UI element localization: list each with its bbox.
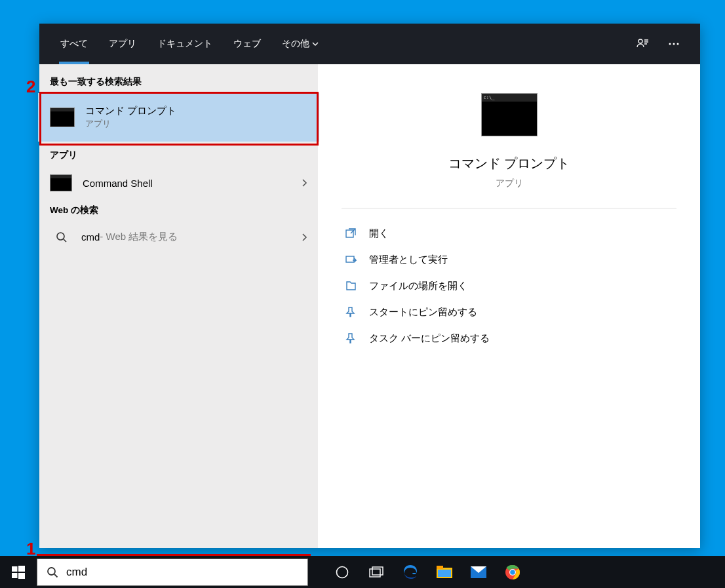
web-hint: - Web 結果を見る <box>100 231 178 243</box>
edge-icon[interactable] <box>393 556 427 588</box>
svg-line-5 <box>64 239 66 242</box>
taskbar-search-box[interactable]: cmd <box>37 559 308 586</box>
results-list: 最も一致する検索結果 コマンド プロンプト アプリ アプリ Command Sh… <box>39 64 318 548</box>
action-pin-taskbar[interactable]: タスク バーにピン留めする <box>342 325 676 351</box>
cmd-large-icon <box>481 93 538 136</box>
action-open-location[interactable]: ファイルの場所を開く <box>342 273 676 299</box>
section-web: Web の検索 <box>39 198 318 223</box>
svg-rect-16 <box>372 567 383 575</box>
tab-all[interactable]: すべて <box>50 24 98 64</box>
svg-rect-15 <box>370 569 380 577</box>
mail-icon[interactable] <box>461 556 496 588</box>
svg-point-1 <box>669 43 671 45</box>
folder-icon <box>344 279 357 292</box>
divider <box>342 208 676 208</box>
tab-more[interactable]: その他 <box>271 24 329 64</box>
annotation-label-2: 2 <box>26 77 35 97</box>
feedback-icon[interactable] <box>627 28 658 60</box>
filter-tab-bar: すべて アプリ ドキュメント ウェブ その他 <box>39 24 700 64</box>
taskbar: cmd <box>0 556 725 588</box>
section-best-match: 最も一致する検索結果 <box>39 72 318 94</box>
app-result[interactable]: Command Shell <box>39 168 318 198</box>
svg-rect-6 <box>346 230 353 237</box>
best-match-result[interactable]: コマンド プロンプト アプリ <box>39 94 318 140</box>
result-title: コマンド プロンプト <box>85 105 307 117</box>
svg-rect-9 <box>18 566 25 572</box>
admin-icon <box>344 253 357 266</box>
svg-point-4 <box>57 233 64 240</box>
pin-icon <box>344 305 357 319</box>
svg-rect-19 <box>438 570 451 577</box>
result-subtitle: アプリ <box>85 119 307 130</box>
section-apps: アプリ <box>39 140 318 168</box>
content-area: 最も一致する検索結果 コマンド プロンプト アプリ アプリ Command Sh… <box>39 64 700 548</box>
search-results-panel: すべて アプリ ドキュメント ウェブ その他 最も一致する検索結果 コマンド プ… <box>39 24 700 548</box>
chevron-down-icon <box>312 41 319 47</box>
svg-point-0 <box>638 39 642 43</box>
chevron-right-icon <box>301 233 307 242</box>
open-icon <box>344 227 357 240</box>
web-search-result[interactable]: cmd - Web 結果を見る <box>39 223 318 251</box>
svg-rect-18 <box>437 566 443 569</box>
search-icon <box>50 231 73 243</box>
result-title: Command Shell <box>83 178 301 189</box>
chrome-icon[interactable] <box>496 556 530 588</box>
svg-point-2 <box>673 43 675 45</box>
web-query: cmd <box>81 231 100 243</box>
search-input-value: cmd <box>66 566 87 579</box>
cortana-icon[interactable] <box>325 556 359 588</box>
tab-web[interactable]: ウェブ <box>223 24 271 64</box>
task-view-icon[interactable] <box>359 556 393 588</box>
action-run-admin[interactable]: 管理者として実行 <box>342 246 676 273</box>
tab-documents[interactable]: ドキュメント <box>147 24 223 64</box>
svg-line-13 <box>54 574 58 578</box>
svg-rect-8 <box>12 566 18 572</box>
svg-point-14 <box>337 566 348 578</box>
cmd-icon <box>50 174 72 191</box>
svg-rect-7 <box>346 256 354 262</box>
preview-title: コマンド プロンプト <box>342 155 676 172</box>
svg-point-3 <box>677 43 679 45</box>
preview-pane: コマンド プロンプト アプリ 開く 管理者として実行 ファイルの場所を開く <box>318 64 700 548</box>
action-open[interactable]: 開く <box>342 220 676 246</box>
options-icon[interactable] <box>658 28 690 60</box>
preview-subtitle: アプリ <box>342 178 676 189</box>
svg-point-12 <box>48 568 55 575</box>
svg-rect-11 <box>18 573 25 579</box>
pin-icon <box>344 332 357 345</box>
tab-apps[interactable]: アプリ <box>98 24 147 64</box>
search-icon <box>47 566 58 578</box>
cmd-icon <box>50 108 75 127</box>
svg-rect-10 <box>12 573 18 578</box>
action-pin-start[interactable]: スタートにピン留めする <box>342 299 676 325</box>
start-button[interactable] <box>0 556 37 588</box>
explorer-icon[interactable] <box>427 556 461 588</box>
svg-point-23 <box>510 570 515 575</box>
chevron-right-icon <box>301 178 307 187</box>
